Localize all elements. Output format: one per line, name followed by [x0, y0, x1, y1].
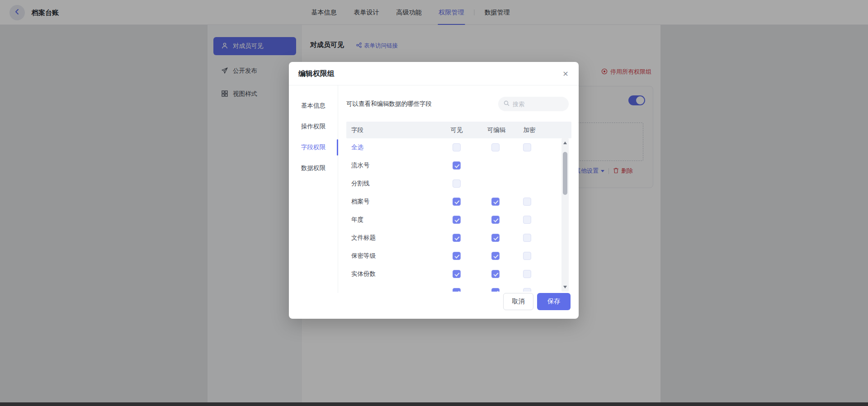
field-row: 实体份数 — [346, 265, 561, 283]
checkbox-encrypted[interactable] — [523, 270, 531, 278]
checkbox-visible[interactable] — [453, 161, 461, 170]
checkbox-editable[interactable] — [491, 288, 500, 292]
field-label: 年度 — [351, 211, 363, 229]
select-all-link[interactable]: 全选 — [351, 138, 363, 156]
field-row: 全选 — [346, 138, 561, 156]
checkbox-editable[interactable] — [491, 143, 500, 151]
modal-header: 编辑权限组 ✕ — [289, 62, 579, 85]
checkbox-editable[interactable] — [491, 270, 500, 278]
field-row: 分割线 — [346, 175, 561, 193]
checkbox-visible[interactable] — [453, 270, 461, 278]
field-table-header: 字段 可见 可编辑 加密 — [346, 122, 571, 138]
checkbox-encrypted[interactable] — [523, 216, 531, 224]
modal-description: 可以查看和编辑数据的哪些字段 — [346, 100, 432, 108]
column-header-encrypted: 加密 — [524, 122, 536, 138]
field-row — [346, 283, 561, 292]
checkbox-visible[interactable] — [453, 179, 461, 188]
checkbox-editable[interactable] — [491, 216, 500, 224]
modal-tab-数据权限[interactable]: 数据权限 — [289, 158, 338, 179]
column-header-field: 字段 — [351, 122, 363, 138]
checkbox-visible[interactable] — [453, 216, 461, 224]
checkbox-encrypted[interactable] — [523, 252, 531, 260]
field-label: 分割线 — [351, 175, 370, 193]
field-row: 流水号 — [346, 156, 561, 175]
modal-tab-操作权限[interactable]: 操作权限 — [289, 116, 338, 137]
save-button[interactable]: 保存 — [537, 293, 571, 310]
field-row: 文件标题 — [346, 229, 561, 247]
checkbox-visible[interactable] — [453, 143, 461, 151]
edit-permission-group-modal: 编辑权限组 ✕ 基本信息操作权限字段权限数据权限 可以查看和编辑数据的哪些字段 … — [289, 62, 579, 319]
checkbox-editable[interactable] — [491, 234, 500, 242]
search-icon — [504, 100, 509, 108]
search-input[interactable] — [513, 101, 562, 108]
column-header-editable: 可编辑 — [487, 122, 506, 138]
checkbox-visible[interactable] — [453, 234, 461, 242]
field-label: 实体份数 — [351, 265, 376, 283]
field-permission-list: 全选流水号分割线档案号年度文件标题保密等级实体份数 — [346, 138, 561, 292]
checkbox-visible[interactable] — [453, 288, 461, 292]
checkbox-encrypted[interactable] — [523, 198, 531, 206]
scroll-up-arrow-icon[interactable] — [563, 142, 567, 144]
field-label: 文件标题 — [351, 229, 376, 247]
field-label: 流水号 — [351, 156, 370, 175]
scrollbar-thumb[interactable] — [563, 152, 567, 195]
checkbox-editable[interactable] — [491, 198, 500, 206]
field-search-box — [498, 97, 569, 111]
column-header-visible: 可见 — [451, 122, 463, 138]
field-label: 档案号 — [351, 193, 370, 211]
checkbox-visible[interactable] — [453, 252, 461, 260]
modal-title: 编辑权限组 — [298, 62, 335, 85]
checkbox-encrypted[interactable] — [523, 288, 531, 292]
field-label: 保密等级 — [351, 247, 376, 265]
field-row: 档案号 — [346, 193, 561, 211]
checkbox-encrypted[interactable] — [523, 234, 531, 242]
modal-tab-list: 基本信息操作权限字段权限数据权限 — [289, 85, 338, 293]
checkbox-encrypted[interactable] — [523, 143, 531, 151]
field-row: 年度 — [346, 211, 561, 229]
cancel-button[interactable]: 取消 — [503, 293, 533, 310]
close-icon[interactable]: ✕ — [561, 69, 571, 79]
list-scrollbar[interactable] — [561, 138, 569, 292]
checkbox-visible[interactable] — [453, 198, 461, 206]
modal-tab-字段权限[interactable]: 字段权限 — [289, 137, 338, 158]
modal-tab-基本信息[interactable]: 基本信息 — [289, 95, 338, 116]
scroll-down-arrow-icon[interactable] — [563, 286, 567, 288]
checkbox-editable[interactable] — [491, 252, 500, 260]
field-row: 保密等级 — [346, 247, 561, 265]
